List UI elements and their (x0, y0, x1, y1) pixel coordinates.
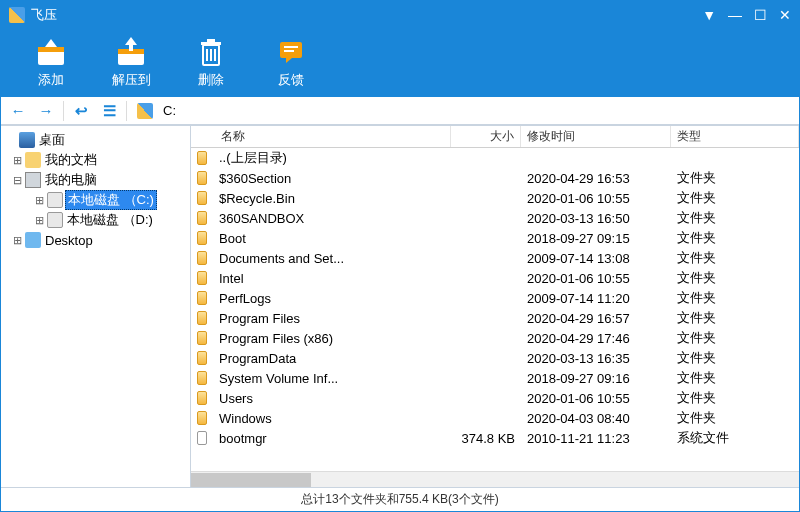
file-date: 2018-09-27 09:15 (521, 231, 671, 246)
file-row[interactable]: Intel2020-01-06 10:55文件夹 (191, 268, 799, 288)
folder-icon (25, 152, 41, 168)
separator (63, 101, 64, 121)
scrollbar-thumb[interactable] (191, 473, 311, 487)
file-name: Intel (213, 271, 451, 286)
menu-dropdown-icon[interactable]: ▼ (702, 7, 716, 23)
file-date: 2020-01-06 10:55 (521, 391, 671, 406)
main-toolbar: 添加 解压到 删除 反馈 (1, 29, 799, 97)
expander-icon[interactable]: ⊟ (11, 174, 23, 187)
tree-drive-d[interactable]: ⊞ 本地磁盘 （D:) (3, 210, 188, 230)
nav-forward-button[interactable]: → (35, 100, 57, 122)
file-date: 2018-09-27 09:16 (521, 371, 671, 386)
col-name[interactable]: 名称 (191, 126, 451, 147)
svg-rect-4 (129, 43, 133, 51)
trash-icon (194, 37, 228, 67)
expander-icon[interactable]: ⊞ (33, 194, 45, 207)
file-row[interactable]: Boot2018-09-27 09:15文件夹 (191, 228, 799, 248)
expander-icon[interactable]: ⊞ (11, 234, 23, 247)
file-name: ProgramData (213, 351, 451, 366)
nav-back-button[interactable]: ← (7, 100, 29, 122)
file-date: 2020-03-13 16:50 (521, 211, 671, 226)
tree-mycomputer[interactable]: ⊟ 我的电脑 (3, 170, 188, 190)
file-date: 2020-03-13 16:35 (521, 351, 671, 366)
col-size[interactable]: 大小 (451, 126, 521, 147)
file-list-body[interactable]: ..(上层目录)$360Section2020-04-29 16:53文件夹$R… (191, 148, 799, 471)
file-name: Program Files (213, 311, 451, 326)
navbar: ← → ↩ ☰ C: (1, 97, 799, 125)
file-icon (191, 411, 213, 425)
tree-desktop-folder[interactable]: ⊞ Desktop (3, 230, 188, 250)
file-date: 2020-01-06 10:55 (521, 271, 671, 286)
feedback-button[interactable]: 反馈 (261, 33, 321, 93)
file-row[interactable]: ProgramData2020-03-13 16:35文件夹 (191, 348, 799, 368)
nav-up-button[interactable]: ↩ (70, 100, 92, 122)
file-type: 系统文件 (671, 429, 799, 447)
file-row[interactable]: Program Files (x86)2020-04-29 17:46文件夹 (191, 328, 799, 348)
address-icon (137, 103, 153, 119)
address-bar[interactable]: C: (163, 103, 793, 118)
app-title: 飞压 (31, 6, 702, 24)
file-row[interactable]: $Recycle.Bin2020-01-06 10:55文件夹 (191, 188, 799, 208)
maximize-button[interactable]: ☐ (754, 7, 767, 23)
tree-label: 本地磁盘 （D:) (65, 211, 155, 229)
tree-mydocs[interactable]: ⊞ 我的文档 (3, 150, 188, 170)
file-row[interactable]: Documents and Set...2009-07-14 13:08文件夹 (191, 248, 799, 268)
tree-drive-c[interactable]: ⊞ 本地磁盘 （C:) (3, 190, 188, 210)
file-name: System Volume Inf... (213, 371, 451, 386)
file-row[interactable]: Windows2020-04-03 08:40文件夹 (191, 408, 799, 428)
expander-icon[interactable]: ⊞ (33, 214, 45, 227)
minimize-button[interactable]: — (728, 7, 742, 23)
file-row[interactable]: bootmgr374.8 KB2010-11-21 11:23系统文件 (191, 428, 799, 448)
file-type: 文件夹 (671, 389, 799, 407)
file-icon (191, 431, 213, 445)
file-name: 360SANDBOX (213, 211, 451, 226)
tree-root-desktop[interactable]: 桌面 (3, 130, 188, 150)
file-icon (191, 151, 213, 165)
file-icon (191, 211, 213, 225)
file-list: 名称 大小 修改时间 类型 ..(上层目录)$360Section2020-04… (191, 126, 799, 487)
extract-icon (114, 37, 148, 67)
feedback-icon (274, 37, 308, 67)
drive-icon (47, 212, 63, 228)
status-bar: 总计13个文件夹和755.4 KB(3个文件) (1, 487, 799, 511)
add-button[interactable]: 添加 (21, 33, 81, 93)
file-date: 2020-04-29 16:53 (521, 171, 671, 186)
expander-icon[interactable]: ⊞ (11, 154, 23, 167)
file-name: Users (213, 391, 451, 406)
file-row[interactable]: System Volume Inf...2018-09-27 09:16文件夹 (191, 368, 799, 388)
file-name: ..(上层目录) (213, 149, 451, 167)
file-date: 2020-04-29 17:46 (521, 331, 671, 346)
file-size: 374.8 KB (451, 431, 521, 446)
file-icon (191, 191, 213, 205)
file-row[interactable]: Program Files2020-04-29 16:57文件夹 (191, 308, 799, 328)
svg-rect-6 (201, 42, 221, 45)
svg-rect-7 (207, 39, 215, 42)
file-type: 文件夹 (671, 169, 799, 187)
file-type: 文件夹 (671, 329, 799, 347)
close-button[interactable]: ✕ (779, 7, 791, 23)
file-row[interactable]: ..(上层目录) (191, 148, 799, 168)
col-type[interactable]: 类型 (671, 126, 799, 147)
main-panel: 桌面 ⊞ 我的文档 ⊟ 我的电脑 ⊞ 本地磁盘 （C:) ⊞ 本地磁盘 （D:)… (1, 125, 799, 487)
extract-button[interactable]: 解压到 (101, 33, 161, 93)
file-icon (191, 271, 213, 285)
drive-icon (47, 192, 63, 208)
titlebar: 飞压 ▼ — ☐ ✕ (1, 1, 799, 29)
tree-label: 我的电脑 (43, 171, 99, 189)
status-text: 总计13个文件夹和755.4 KB(3个文件) (301, 491, 498, 508)
file-name: Documents and Set... (213, 251, 451, 266)
file-name: PerfLogs (213, 291, 451, 306)
file-type: 文件夹 (671, 249, 799, 267)
delete-label: 删除 (198, 71, 224, 89)
file-row[interactable]: 360SANDBOX2020-03-13 16:50文件夹 (191, 208, 799, 228)
nav-list-view-button[interactable]: ☰ (98, 100, 120, 122)
col-date[interactable]: 修改时间 (521, 126, 671, 147)
file-name: Windows (213, 411, 451, 426)
desktop-folder-icon (25, 232, 41, 248)
file-row[interactable]: Users2020-01-06 10:55文件夹 (191, 388, 799, 408)
horizontal-scrollbar[interactable] (191, 471, 799, 487)
delete-button[interactable]: 删除 (181, 33, 241, 93)
folder-tree[interactable]: 桌面 ⊞ 我的文档 ⊟ 我的电脑 ⊞ 本地磁盘 （C:) ⊞ 本地磁盘 （D:)… (1, 126, 191, 487)
file-row[interactable]: $360Section2020-04-29 16:53文件夹 (191, 168, 799, 188)
file-row[interactable]: PerfLogs2009-07-14 11:20文件夹 (191, 288, 799, 308)
